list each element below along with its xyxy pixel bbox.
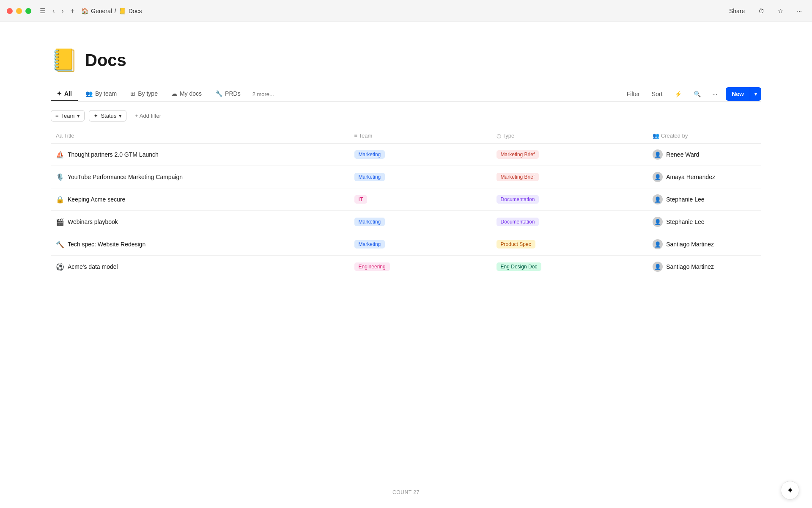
doc-created-by-cell: 👤 Renee Ward bbox=[647, 144, 761, 166]
traffic-lights bbox=[7, 8, 31, 14]
avatar: 👤 bbox=[653, 149, 663, 160]
table-row[interactable]: ⚽ Acme's data model Engineering Eng Desi… bbox=[51, 256, 761, 278]
tabs-list: ✦ All 👥 By team ⊞ By type ☁ My docs 🔧 PR… bbox=[51, 87, 623, 101]
close-traffic-light[interactable] bbox=[7, 8, 13, 14]
team-filter-chip[interactable]: ≡ Team ▾ bbox=[51, 110, 85, 121]
doc-emoji: 🎙️ bbox=[56, 173, 64, 181]
docs-table: Aa Title ≡ Team ◷ Type 👥 Created by ⛵ Th… bbox=[51, 128, 761, 278]
tab-by-team[interactable]: 👥 By team bbox=[80, 87, 123, 101]
page-header: 📒 Docs bbox=[51, 47, 761, 73]
type-badge: Product Spec bbox=[497, 240, 535, 248]
main-content: 📒 Docs ✦ All 👥 By team ⊞ By type ☁ My do… bbox=[0, 22, 812, 278]
doc-title-cell: ⛵ Thought partners 2.0 GTM Launch bbox=[51, 144, 349, 166]
sparkle-fab-button[interactable]: ✦ bbox=[781, 481, 799, 500]
doc-type-cell: Marketing Brief bbox=[491, 144, 648, 166]
more-tabs-button[interactable]: 2 more... bbox=[248, 88, 278, 101]
breadcrumb: 🏠 General / 📒 Docs bbox=[81, 8, 726, 14]
team-badge: Engineering bbox=[354, 262, 390, 271]
tab-prds[interactable]: 🔧 PRDs bbox=[209, 87, 247, 101]
created-col-icon: 👥 bbox=[653, 133, 661, 139]
doc-title-cell: 🎙️ YouTube Performance Marketing Campaig… bbox=[51, 166, 349, 188]
doc-type-cell: Documentation bbox=[491, 188, 648, 211]
type-badge: Marketing Brief bbox=[497, 150, 539, 159]
type-badge: Documentation bbox=[497, 218, 539, 226]
doc-team-cell: Marketing bbox=[349, 233, 491, 256]
bolt-button[interactable]: ⚡ bbox=[671, 88, 685, 100]
search-button[interactable]: 🔍 bbox=[690, 88, 704, 100]
status-filter-chevron: ▾ bbox=[119, 113, 122, 119]
titlebar-actions: Share ⏱ ☆ ··· bbox=[726, 6, 805, 16]
all-tab-icon: ✦ bbox=[57, 90, 62, 97]
doc-created-by-cell: 👤 Amaya Hernandez bbox=[647, 166, 761, 188]
by-team-tab-icon: 👥 bbox=[85, 90, 93, 97]
creator-name: Stephanie Lee bbox=[666, 196, 704, 203]
type-badge: Eng Design Doc bbox=[497, 262, 542, 271]
filter-button[interactable]: Filter bbox=[623, 88, 643, 100]
tab-by-type[interactable]: ⊞ By type bbox=[124, 87, 164, 101]
creator-name: Renee Ward bbox=[666, 151, 699, 158]
sort-button[interactable]: Sort bbox=[648, 88, 666, 100]
doc-title-text: YouTube Performance Marketing Campaign bbox=[68, 174, 183, 180]
table-row[interactable]: ⛵ Thought partners 2.0 GTM Launch Market… bbox=[51, 144, 761, 166]
maximize-traffic-light[interactable] bbox=[25, 8, 31, 14]
doc-emoji: 🎬 bbox=[56, 218, 64, 226]
doc-created-by-cell: 👤 Santiago Martinez bbox=[647, 233, 761, 256]
breadcrumb-home[interactable]: General bbox=[91, 8, 112, 14]
table-row[interactable]: 🔨 Tech spec: Website Redesign Marketing … bbox=[51, 233, 761, 256]
doc-title-cell: 🎬 Webinars playbook bbox=[51, 211, 349, 233]
breadcrumb-separator: / bbox=[115, 8, 116, 14]
star-button[interactable]: ☆ bbox=[774, 6, 787, 16]
new-button-label: New bbox=[726, 87, 750, 101]
more-toolbar-button[interactable]: ··· bbox=[709, 88, 721, 100]
team-column-header: ≡ Team bbox=[349, 128, 491, 144]
doc-team-cell: Engineering bbox=[349, 256, 491, 278]
title-column-header: Aa Title bbox=[51, 128, 349, 144]
forward-button[interactable]: › bbox=[60, 6, 65, 16]
creator-name: Santiago Martinez bbox=[666, 241, 714, 248]
team-badge: IT bbox=[354, 195, 368, 204]
doc-title-text: Webinars playbook bbox=[68, 218, 118, 225]
created-by-column-header: 👥 Created by bbox=[647, 128, 761, 144]
my-docs-tab-icon: ☁ bbox=[171, 90, 177, 97]
team-badge: Marketing bbox=[354, 173, 385, 181]
page-icon: 📒 bbox=[51, 47, 78, 73]
more-options-button[interactable]: ··· bbox=[793, 6, 805, 16]
doc-type-cell: Documentation bbox=[491, 211, 648, 233]
doc-created-by-cell: 👤 Stephanie Lee bbox=[647, 211, 761, 233]
table-row[interactable]: 🎬 Webinars playbook Marketing Documentat… bbox=[51, 211, 761, 233]
doc-title-text: Tech spec: Website Redesign bbox=[68, 241, 145, 248]
page-title: Docs bbox=[85, 51, 126, 70]
breadcrumb-doc[interactable]: Docs bbox=[129, 8, 142, 14]
doc-emoji: ⚽ bbox=[56, 263, 64, 271]
hamburger-icon[interactable]: ☰ bbox=[38, 6, 47, 16]
status-filter-chip[interactable]: ✦ Status ▾ bbox=[89, 110, 126, 121]
doc-title-cell: 🔒 Keeping Acme secure bbox=[51, 188, 349, 211]
creator-name: Amaya Hernandez bbox=[666, 174, 715, 180]
filters-row: ≡ Team ▾ ✦ Status ▾ + Add filter bbox=[51, 110, 761, 121]
table-row[interactable]: 🔒 Keeping Acme secure IT Documentation 👤… bbox=[51, 188, 761, 211]
prds-tab-icon: 🔧 bbox=[215, 90, 222, 97]
tab-my-docs-label: My docs bbox=[180, 90, 202, 97]
new-button[interactable]: New ▾ bbox=[726, 87, 761, 101]
avatar: 👤 bbox=[653, 262, 663, 272]
avatar: 👤 bbox=[653, 194, 663, 204]
add-button[interactable]: + bbox=[69, 6, 76, 16]
doc-created-by-cell: 👤 Stephanie Lee bbox=[647, 188, 761, 211]
count-value: 27 bbox=[413, 489, 420, 495]
back-button[interactable]: ‹ bbox=[51, 6, 56, 16]
title-col-icon: Aa bbox=[56, 133, 64, 139]
share-button[interactable]: Share bbox=[726, 6, 748, 16]
minimize-traffic-light[interactable] bbox=[16, 8, 22, 14]
status-filter-icon: ✦ bbox=[93, 113, 98, 119]
status-filter-label: Status bbox=[101, 113, 116, 119]
tab-all[interactable]: ✦ All bbox=[51, 87, 78, 101]
doc-title-cell: 🔨 Tech spec: Website Redesign bbox=[51, 233, 349, 256]
count-label: COUNT bbox=[392, 489, 411, 495]
tab-my-docs[interactable]: ☁ My docs bbox=[165, 87, 208, 101]
table-row[interactable]: 🎙️ YouTube Performance Marketing Campaig… bbox=[51, 166, 761, 188]
doc-title-text: Thought partners 2.0 GTM Launch bbox=[68, 151, 159, 158]
history-button[interactable]: ⏱ bbox=[755, 6, 768, 16]
type-badge: Documentation bbox=[497, 195, 539, 204]
add-filter-button[interactable]: + Add filter bbox=[131, 110, 165, 121]
new-button-chevron[interactable]: ▾ bbox=[750, 88, 761, 100]
